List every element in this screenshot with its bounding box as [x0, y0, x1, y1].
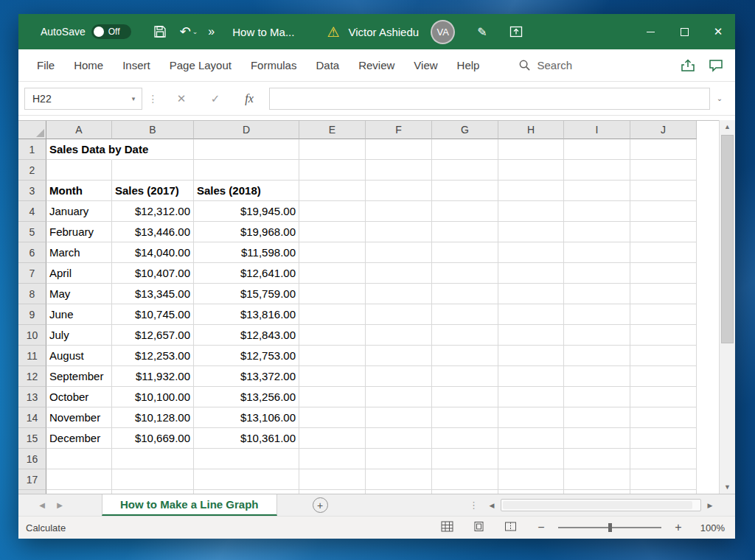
- hscroll-right-icon[interactable]: ▶: [704, 502, 716, 509]
- cell-B9[interactable]: $10,745.00: [112, 304, 194, 325]
- cell-E12[interactable]: [299, 366, 366, 387]
- cell-J14[interactable]: [630, 407, 697, 428]
- row-header-13[interactable]: 13: [18, 387, 46, 407]
- cell-F14[interactable]: [366, 407, 432, 428]
- cell-D7[interactable]: $12,641.00: [194, 263, 299, 284]
- cell-H15[interactable]: [498, 428, 564, 449]
- cell-E4[interactable]: [299, 201, 366, 222]
- cell-G17[interactable]: [432, 469, 498, 490]
- cell-D14[interactable]: $13,106.00: [194, 407, 299, 428]
- cell-H2[interactable]: [498, 160, 564, 181]
- tab-view[interactable]: View: [404, 49, 447, 81]
- cell-H10[interactable]: [498, 325, 564, 346]
- cell-D10[interactable]: $12,843.00: [194, 325, 299, 346]
- cell-J8[interactable]: [630, 284, 697, 304]
- autosave-toggle[interactable]: Off: [91, 24, 131, 39]
- cell-D4[interactable]: $19,945.00: [194, 201, 299, 222]
- scroll-down-icon[interactable]: ▼: [720, 480, 735, 494]
- cell-I3[interactable]: [564, 181, 630, 201]
- cell-J7[interactable]: [630, 263, 697, 284]
- cell-E11[interactable]: [299, 346, 366, 366]
- cell-E16[interactable]: [299, 449, 366, 469]
- cell-J3[interactable]: [630, 181, 697, 201]
- cell-B5[interactable]: $13,446.00: [112, 222, 194, 242]
- cell-D8[interactable]: $15,759.00: [194, 284, 299, 304]
- cell-J1[interactable]: [630, 139, 697, 160]
- cell-H3[interactable]: [498, 181, 564, 201]
- cell-I8[interactable]: [564, 284, 630, 304]
- cell-H13[interactable]: [498, 387, 564, 407]
- cell-I15[interactable]: [564, 428, 630, 449]
- cell-D11[interactable]: $12,753.00: [194, 346, 299, 366]
- page-break-view-button[interactable]: [504, 521, 517, 534]
- cell-B15[interactable]: $10,669.00: [112, 428, 194, 449]
- avatar[interactable]: VA: [431, 20, 455, 44]
- cell-E7[interactable]: [299, 263, 366, 284]
- cell-D12[interactable]: $13,372.00: [194, 366, 299, 387]
- cell-A15[interactable]: December: [46, 428, 112, 449]
- column-header-E[interactable]: E: [299, 121, 366, 139]
- select-all-corner[interactable]: [18, 121, 46, 139]
- warning-icon[interactable]: ⚠: [327, 25, 339, 39]
- cell-G2[interactable]: [432, 160, 498, 181]
- column-header-I[interactable]: I: [564, 121, 630, 139]
- cell-A11[interactable]: August: [46, 346, 112, 366]
- zoom-slider[interactable]: [558, 527, 661, 528]
- cell-I12[interactable]: [564, 366, 630, 387]
- cell-D1[interactable]: [194, 139, 299, 160]
- cell-D15[interactable]: $10,361.00: [194, 428, 299, 449]
- name-box[interactable]: H22 ▾: [24, 88, 142, 110]
- undo-button[interactable]: ↶⌄: [180, 25, 198, 38]
- status-calculate-label[interactable]: Calculate: [26, 522, 66, 533]
- formula-bar-handle-icon[interactable]: ⋮: [142, 93, 164, 105]
- autosave-control[interactable]: AutoSave Off: [41, 24, 131, 39]
- cell-J6[interactable]: [630, 242, 697, 263]
- cell-G15[interactable]: [432, 428, 498, 449]
- cell-G5[interactable]: [432, 222, 498, 242]
- cell-I11[interactable]: [564, 346, 630, 366]
- comments-button[interactable]: [709, 59, 723, 72]
- cell-D17[interactable]: [194, 469, 299, 490]
- share-button[interactable]: [681, 59, 695, 72]
- cell-B6[interactable]: $14,040.00: [112, 242, 194, 263]
- cell-J5[interactable]: [630, 222, 697, 242]
- tab-page-layout[interactable]: Page Layout: [160, 49, 241, 81]
- vertical-scrollbar-track[interactable]: [720, 133, 735, 480]
- cell-A6[interactable]: March: [46, 242, 112, 263]
- cell-A7[interactable]: April: [46, 263, 112, 284]
- cell-H12[interactable]: [498, 366, 564, 387]
- cell-B2[interactable]: [112, 160, 194, 181]
- cell-G11[interactable]: [432, 346, 498, 366]
- cell-F11[interactable]: [366, 346, 432, 366]
- row-header-15[interactable]: 15: [18, 428, 46, 449]
- cell-J16[interactable]: [630, 449, 697, 469]
- vertical-scrollbar-thumb[interactable]: [721, 135, 734, 343]
- cell-J2[interactable]: [630, 160, 697, 181]
- formula-bar-expand-icon[interactable]: ⌄: [710, 94, 729, 102]
- zoom-slider-thumb[interactable]: [608, 523, 612, 532]
- cell-A17[interactable]: [46, 469, 112, 490]
- cell-I16[interactable]: [564, 449, 630, 469]
- cell-F2[interactable]: [366, 160, 432, 181]
- cell-I10[interactable]: [564, 325, 630, 346]
- cell-I7[interactable]: [564, 263, 630, 284]
- cell-E5[interactable]: [299, 222, 366, 242]
- horizontal-scrollbar-thumb[interactable]: [503, 501, 692, 509]
- row-header-12[interactable]: 12: [18, 366, 46, 387]
- column-header-G[interactable]: G: [432, 121, 498, 139]
- cell-J12[interactable]: [630, 366, 697, 387]
- cell-D6[interactable]: $11,598.00: [194, 242, 299, 263]
- column-header-F[interactable]: F: [366, 121, 432, 139]
- user-name[interactable]: Victor Ashiedu: [349, 26, 420, 38]
- cell-A3[interactable]: Month: [46, 181, 112, 201]
- cell-F4[interactable]: [366, 201, 432, 222]
- cell-J15[interactable]: [630, 428, 697, 449]
- pen-icon[interactable]: ✎: [477, 25, 487, 39]
- cell-D5[interactable]: $19,968.00: [194, 222, 299, 242]
- cell-F17[interactable]: [366, 469, 432, 490]
- cell-G8[interactable]: [432, 284, 498, 304]
- cell-E14[interactable]: [299, 407, 366, 428]
- cell-D16[interactable]: [194, 449, 299, 469]
- zoom-out-button[interactable]: −: [536, 521, 546, 534]
- cell-J17[interactable]: [630, 469, 697, 490]
